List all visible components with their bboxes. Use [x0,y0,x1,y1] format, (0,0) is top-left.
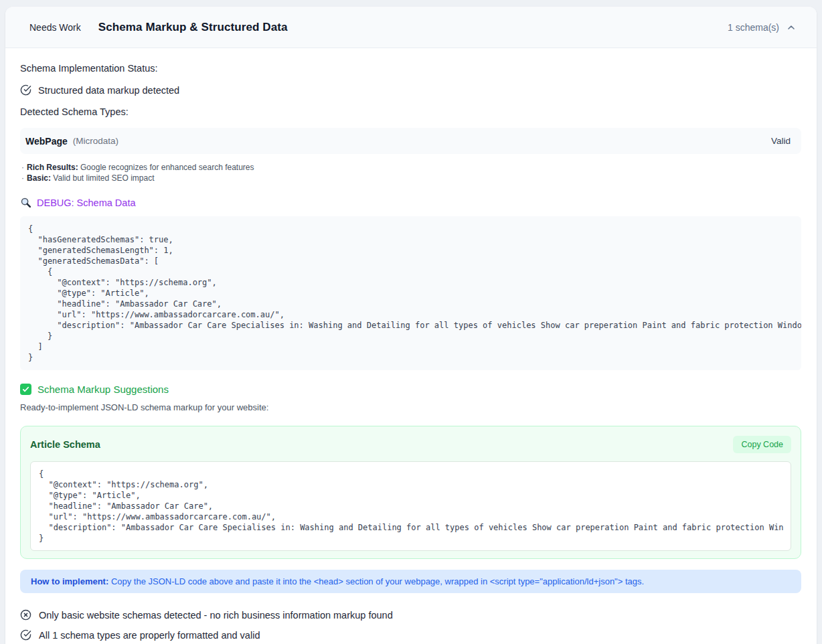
note-rich-results: ·Rich Results: Google recognizes for enh… [21,162,801,173]
finding-text: All 1 schema types are properly formatte… [39,630,260,641]
markup-detected-row: Structured data markup detected [20,84,801,96]
check-circle-icon [20,629,31,641]
how-to-implement-text: Copy the JSON-LD code above and paste it… [108,576,644,586]
x-circle-icon [20,609,31,621]
schema-panel: Needs Work Schema Markup & Structured Da… [5,7,817,644]
check-circle-icon [20,84,31,96]
schema-type-format: (Microdata) [73,136,118,146]
finding-valid-schemas: All 1 schema types are properly formatte… [20,629,801,641]
suggestions-subheading: Ready-to-implement JSON-LD schema markup… [20,402,801,412]
schema-type-row: WebPage (Microdata) Valid [20,128,801,154]
copy-code-button[interactable]: Copy Code [733,436,791,453]
debug-code-block: { "hasGeneratedSchemas": true, "generate… [20,216,801,370]
accordion-header[interactable]: Needs Work Schema Markup & Structured Da… [5,7,817,48]
schema-type-status: Valid [771,136,791,146]
how-to-implement-label: How to implement: [31,576,108,586]
implementation-status-heading: Schema Implementation Status: [20,63,801,74]
article-schema-code-block: { "@context": "https://schema.org", "@ty… [30,461,791,551]
note-basic: ·Basic: Valid but limited SEO impact [21,173,801,183]
schema-type-name: WebPage [25,136,68,147]
suggestions-heading-text: Schema Markup Suggestions [37,384,169,395]
debug-schema-data-link[interactable]: DEBUG: Schema Data [20,197,135,208]
article-schema-card: Article Schema Copy Code { "@context": "… [20,426,801,559]
debug-link-label: DEBUG: Schema Data [37,197,135,208]
status-badge: Needs Work [29,22,81,33]
page-title: Schema Markup & Structured Data [98,21,288,34]
finding-basic-schemas: Only basic website schemas detected - no… [20,609,801,621]
how-to-implement-note: How to implement: Copy the JSON-LD code … [20,570,801,593]
magnifier-icon [20,197,31,208]
chevron-up-icon[interactable] [786,22,797,33]
schema-count: 1 schema(s) [728,22,779,33]
markup-detected-text: Structured data markup detected [38,85,179,96]
green-check-icon [20,384,31,395]
detected-types-heading: Detected Schema Types: [20,106,801,117]
schema-type-notes: ·Rich Results: Google recognizes for enh… [21,162,801,183]
suggestions-heading: Schema Markup Suggestions [20,384,801,395]
article-schema-title: Article Schema [30,439,100,450]
panel-content: Schema Implementation Status: Structured… [5,48,817,644]
finding-text: Only basic website schemas detected - no… [39,610,393,621]
